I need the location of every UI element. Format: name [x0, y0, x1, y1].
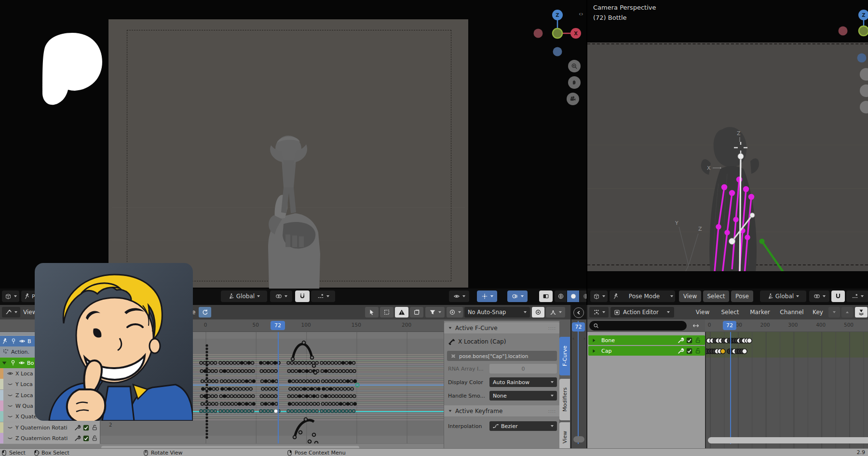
modifier-wrench-icon[interactable]: [678, 347, 684, 354]
channel-search-field[interactable]: [589, 321, 687, 331]
expand-triangle-icon[interactable]: [1, 359, 8, 366]
auto-snap-dropdown[interactable]: No Auto-Snap: [464, 307, 530, 318]
layer-up-button[interactable]: [841, 307, 853, 318]
snap-toggle-right[interactable]: [831, 290, 845, 302]
modifier-wrench-icon[interactable]: [678, 337, 684, 344]
normalize-auto-button[interactable]: [199, 307, 211, 318]
tweak-tool-button[interactable]: [365, 307, 379, 318]
action-menu-marker[interactable]: Marker: [746, 305, 774, 319]
figurine-on-hand-mesh[interactable]: [237, 129, 348, 291]
lock-open-icon[interactable]: [694, 337, 701, 344]
nav-gizmo-right[interactable]: Z: [836, 6, 868, 117]
handle-smoothing-dropdown[interactable]: None: [489, 391, 557, 401]
action-menu-key[interactable]: Key: [808, 305, 827, 319]
camera-view-button[interactable]: [567, 93, 579, 105]
panel-expand-triangle[interactable]: [448, 409, 452, 413]
shading-material-button[interactable]: [580, 290, 586, 302]
action-hscroll-handle[interactable]: [708, 437, 868, 443]
collapsed-strip[interactable]: 72 ‹›: [570, 305, 587, 451]
ghost-curves-button[interactable]: [546, 307, 565, 318]
pivot-point-right[interactable]: [809, 290, 829, 302]
action-keys-region[interactable]: [705, 332, 868, 451]
bottle-mesh-and-bones[interactable]: Z X Y Z X: [670, 121, 868, 280]
current-frame-badge-graph[interactable]: 72: [271, 321, 285, 330]
show-errors-button[interactable]: [395, 307, 408, 318]
menu-pose[interactable]: Pose: [731, 290, 753, 302]
action-editor-mode-dropdown[interactable]: Action Editor: [610, 307, 674, 318]
shading-solid-button[interactable]: [567, 290, 579, 302]
pin-icon[interactable]: [10, 338, 17, 345]
current-frame-badge-action[interactable]: 72: [723, 321, 736, 330]
pan-view-button[interactable]: [568, 76, 581, 89]
eye-closed-icon[interactable]: [7, 413, 14, 420]
action-menu-select[interactable]: Select: [717, 305, 744, 319]
rna-array-value-field[interactable]: 0: [489, 364, 557, 373]
snap-target-left[interactable]: [311, 290, 335, 302]
lock-open-icon[interactable]: [91, 424, 98, 431]
rna-path-field[interactable]: pose.bones["Cap"].location: [447, 351, 557, 361]
expand-triangle-icon[interactable]: [591, 338, 597, 343]
filter-button[interactable]: [425, 307, 445, 318]
modifier-wrench-icon[interactable]: [74, 435, 81, 442]
expand-triangle-icon[interactable]: [591, 348, 597, 354]
graph-channel-row[interactable]: Y Quaternion Rotati: [0, 422, 100, 433]
box-select-tool-button[interactable]: [380, 307, 393, 318]
expand-arrows-button[interactable]: [690, 321, 702, 331]
menu-select[interactable]: Select: [703, 290, 729, 302]
pin-icon[interactable]: [10, 359, 16, 366]
eye-closed-icon[interactable]: [7, 392, 14, 399]
graph-channel-row[interactable]: Z Quaternion Rotati: [0, 433, 100, 443]
panel-expand-triangle[interactable]: [448, 326, 452, 330]
action-channel-row[interactable]: Bone: [588, 335, 705, 345]
mute-checkbox[interactable]: [83, 425, 89, 431]
eye-icon[interactable]: [18, 359, 25, 366]
editor-type-button[interactable]: [2, 290, 19, 302]
lock-open-icon[interactable]: [694, 347, 701, 354]
sidebar-tab-f-curve[interactable]: F-Curve: [559, 337, 570, 375]
layer-down-button[interactable]: [828, 307, 840, 318]
mode-selector-right[interactable]: Pose Mode: [610, 290, 675, 302]
eye-icon[interactable]: [19, 338, 26, 345]
expand-region-button[interactable]: [573, 307, 584, 318]
panel-grip-dots[interactable]: ::::: [548, 326, 556, 331]
viewport-right[interactable]: Camera Perspective (72) Bottle: [587, 0, 868, 305]
eye-closed-icon[interactable]: [7, 435, 14, 442]
lock-open-icon[interactable]: [91, 435, 98, 442]
pivot-point-left[interactable]: [270, 290, 292, 302]
region-corner-widget[interactable]: ‹›: [579, 11, 583, 17]
editor-type-graph-button[interactable]: [2, 307, 20, 318]
frame-region-button[interactable]: [410, 307, 423, 318]
show-visibility-button[interactable]: [449, 290, 469, 302]
show-gizmo-button[interactable]: [477, 290, 497, 302]
current-frame-badge-strip[interactable]: 72: [572, 322, 585, 332]
menu-view[interactable]: View: [679, 290, 701, 302]
show-overlays-button[interactable]: [507, 290, 528, 302]
display-color-dropdown[interactable]: Auto Rainbow: [489, 377, 557, 387]
panel-grip-dots[interactable]: ::::: [548, 409, 556, 414]
mute-checkbox[interactable]: [83, 435, 89, 442]
editor-type-dopesheet-button[interactable]: [589, 307, 609, 318]
zoom-in-button[interactable]: [568, 60, 581, 72]
filter-popover-button[interactable]: [855, 307, 868, 318]
eye-closed-icon[interactable]: [7, 381, 14, 387]
eye-icon[interactable]: [7, 370, 14, 377]
mute-checkbox[interactable]: [686, 337, 692, 344]
editor-type-button[interactable]: [590, 290, 608, 302]
sidebar-tab-view[interactable]: View: [559, 422, 570, 452]
pivot-center-button[interactable]: [532, 307, 544, 318]
interpolation-dropdown[interactable]: Bezier: [489, 421, 557, 431]
eye-closed-icon[interactable]: [7, 402, 14, 409]
transform-orientation-right[interactable]: Global: [760, 290, 806, 302]
action-menu-channel[interactable]: Channel: [776, 305, 807, 319]
strip-scroll-nub[interactable]: [573, 436, 584, 442]
panel-header-active-fcurve[interactable]: Active F-Curve ::::: [444, 322, 560, 333]
panel-header-active-keyframe[interactable]: Active Keyframe ::::: [444, 405, 560, 416]
mute-checkbox[interactable]: [686, 348, 692, 354]
shading-wireframe-button[interactable]: [555, 290, 567, 302]
snap-toggle-left[interactable]: [295, 290, 310, 302]
sidebar-tab-modifiers[interactable]: Modifiers: [559, 379, 570, 420]
action-channel-row[interactable]: Cap: [588, 346, 705, 356]
action-menu-view[interactable]: View: [691, 305, 715, 319]
snap-target-right[interactable]: [846, 290, 868, 302]
xray-toggle-button[interactable]: [539, 290, 553, 302]
